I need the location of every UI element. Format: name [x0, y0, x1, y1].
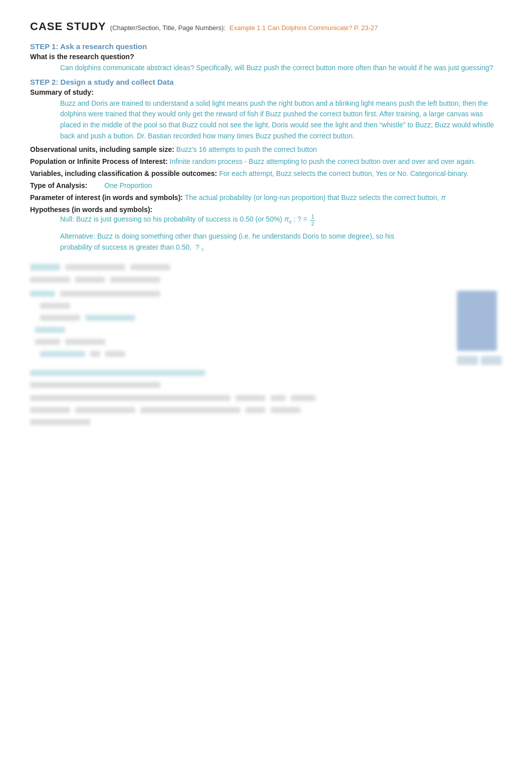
blurred-step3-header — [30, 264, 502, 286]
step2-heading: STEP 2: Design a study and collect Data — [30, 78, 502, 86]
var-value: For each attempt, Buzz selects the corre… — [219, 169, 468, 177]
step1-question-label: What is the research question? — [30, 53, 502, 61]
null-hypothesis: Null: Buzz is just guessing so his proba… — [60, 214, 502, 226]
step1-answer-text: Can dolphins communicate abstract ideas?… — [60, 63, 502, 74]
step1-section: STEP 1: Ask a research question What is … — [30, 42, 502, 74]
hyp-label: Hypotheses (in words and symbols): — [30, 206, 502, 214]
case-study-example: Example 1.1 Can Dolphins Communicate? P.… — [229, 24, 378, 32]
blurred-right-controls — [457, 291, 502, 365]
population-row: Population or Infinite Process of Intere… — [30, 157, 502, 165]
alt-hypothesis: Alternative: Buzz is doing something oth… — [60, 231, 502, 254]
case-study-header: CASE STUDY (Chapter/Section, Title, Page… — [30, 20, 502, 33]
blurred-more-lines2 — [30, 395, 502, 428]
param-row: Parameter of interest (in words and symb… — [30, 193, 502, 202]
step1-heading: STEP 1: Ask a research question — [30, 42, 502, 51]
case-study-subtitle: (Chapter/Section, Title, Page Numbers): — [110, 24, 226, 32]
param-value: The actual probability (or long-run prop… — [185, 193, 446, 202]
step1-answer: Can dolphins communicate abstract ideas?… — [60, 63, 502, 74]
step2-summary-text: Buzz and Doris are trained to understand… — [60, 98, 502, 142]
step2-summary-label: Summary of study: — [30, 88, 502, 96]
blurred-more-lines — [30, 370, 502, 391]
param-label: Parameter of interest (in words and symb… — [30, 193, 183, 202]
case-study-title: CASE STUDY — [30, 20, 106, 33]
type-row: Type of Analysis: One Proportion — [30, 181, 502, 189]
fraction-denominator: 2 — [310, 221, 315, 227]
blurred-content-area — [30, 291, 502, 365]
blurred-left-content — [30, 291, 442, 365]
fraction-numerator: 1 — [310, 214, 315, 220]
hypotheses-section: Hypotheses (in words and symbols): Null:… — [30, 206, 502, 254]
pop-value: Infinite random process - Buzz attemptin… — [170, 157, 476, 165]
type-label: Type of Analysis: — [30, 181, 87, 189]
obs-value: Buzz’s 16 attempts to push the correct b… — [176, 145, 317, 153]
variables-row: Variables, including classification & po… — [30, 169, 502, 177]
obs-units-row: Observational units, including sample si… — [30, 145, 502, 153]
type-value: One Proportion — [104, 181, 152, 189]
var-label: Variables, including classification & po… — [30, 169, 217, 177]
blurred-section — [30, 264, 502, 428]
step2-section: STEP 2: Design a study and collect Data … — [30, 78, 502, 254]
pop-label: Population or Infinite Process of Intere… — [30, 157, 168, 165]
obs-label: Observational units, including sample si… — [30, 145, 174, 153]
step2-summary-block: Buzz and Doris are trained to understand… — [60, 98, 502, 142]
